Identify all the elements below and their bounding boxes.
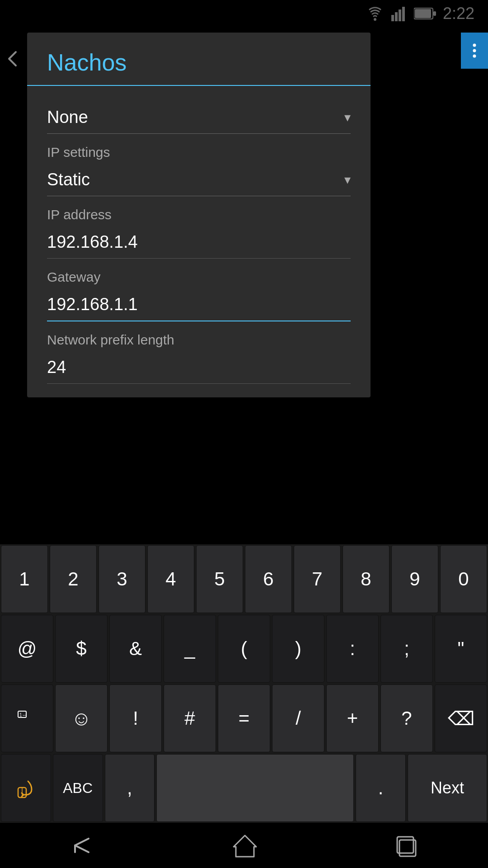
key-comma[interactable]: , [105, 754, 155, 822]
key-6[interactable]: 6 [245, 545, 292, 613]
keyboard-row-more-specials: 1↔ ☺ ! # = / + ? ⌫ [0, 684, 488, 753]
back-button[interactable] [0, 41, 27, 77]
ip-settings-field-group: IP settings Static ▾ [47, 145, 351, 196]
ip-address-label: IP address [47, 207, 351, 222]
switch-mode-icon: 1↔ [17, 710, 37, 726]
key-1[interactable]: 1 [1, 545, 48, 613]
key-abc[interactable]: ABC [53, 754, 103, 822]
key-colon[interactable]: : [326, 615, 379, 683]
ip-settings-label: IP settings [47, 145, 351, 160]
key-9[interactable]: 9 [391, 545, 438, 613]
ip-settings-value: Static [47, 170, 90, 189]
keyboard-row-numbers: 1 2 3 4 5 6 7 8 9 0 [0, 544, 488, 614]
key-at[interactable]: @ [1, 615, 53, 683]
key-quote[interactable]: " [435, 615, 487, 683]
keyboard: 1 2 3 4 5 6 7 8 9 0 @ $ & _ ( ) : ; " 1↔… [0, 544, 488, 823]
ip-address-input[interactable] [47, 226, 351, 259]
proxy-dropdown[interactable]: None ▾ [47, 101, 351, 134]
swipe-icon [14, 777, 37, 799]
key-plus[interactable]: + [326, 684, 379, 752]
nav-back-icon [68, 834, 95, 857]
ip-settings-arrow-icon: ▾ [344, 172, 351, 187]
key-underscore[interactable]: _ [164, 615, 216, 683]
key-equals[interactable]: = [218, 684, 270, 752]
keyboard-row-specials: @ $ & _ ( ) : ; " [0, 614, 488, 684]
svg-point-9 [473, 49, 476, 52]
nav-recents-button[interactable] [395, 833, 420, 858]
key-period[interactable]: . [356, 754, 406, 822]
ip-settings-dropdown[interactable]: Static ▾ [47, 164, 351, 196]
next-button[interactable]: Next [408, 754, 487, 822]
svg-point-8 [473, 44, 476, 47]
key-2[interactable]: 2 [50, 545, 97, 613]
proxy-value: None [47, 108, 88, 127]
key-question[interactable]: ? [380, 684, 433, 752]
key-8[interactable]: 8 [343, 545, 389, 613]
key-dollar[interactable]: $ [55, 615, 108, 683]
dialog-body: None ▾ IP settings Static ▾ IP address G… [27, 86, 371, 388]
key-ampersand[interactable]: & [109, 615, 162, 683]
key-hash[interactable]: # [164, 684, 216, 752]
key-5[interactable]: 5 [196, 545, 243, 613]
dialog-card: Nachos None ▾ IP settings Static ▾ IP ad… [27, 33, 371, 397]
key-slash[interactable]: / [272, 684, 324, 752]
nav-bar [0, 823, 488, 868]
dialog-title: Nachos [27, 33, 371, 86]
key-exclamation[interactable]: ! [109, 684, 162, 752]
nav-recents-icon [395, 833, 420, 858]
key-0[interactable]: 0 [440, 545, 487, 613]
svg-marker-16 [234, 835, 256, 857]
proxy-arrow-icon: ▾ [344, 110, 351, 125]
network-prefix-label: Network prefix length [47, 332, 351, 348]
keyboard-row-bottom: ABC , . Next [0, 753, 488, 823]
nav-home-icon [231, 833, 258, 858]
network-prefix-field-group: Network prefix length [47, 332, 351, 384]
key-3[interactable]: 3 [99, 545, 145, 613]
ip-address-field-group: IP address [47, 207, 351, 259]
key-switch-mode[interactable]: 1↔ [1, 684, 53, 752]
key-space[interactable] [156, 754, 354, 822]
key-4[interactable]: 4 [147, 545, 194, 613]
key-backspace[interactable]: ⌫ [435, 684, 487, 752]
key-semicolon[interactable]: ; [380, 615, 433, 683]
key-close-paren[interactable]: ) [272, 615, 324, 683]
gateway-input[interactable] [47, 288, 351, 321]
key-swipe[interactable] [1, 754, 51, 822]
key-open-paren[interactable]: ( [218, 615, 270, 683]
gateway-field-group: Gateway [47, 269, 351, 321]
svg-point-10 [473, 55, 476, 58]
gateway-label: Gateway [47, 269, 351, 285]
svg-text:1↔: 1↔ [19, 712, 27, 717]
menu-button[interactable] [461, 33, 488, 69]
proxy-field-group: None ▾ [47, 101, 351, 134]
key-smiley[interactable]: ☺ [55, 684, 108, 752]
key-7[interactable]: 7 [294, 545, 341, 613]
nav-back-button[interactable] [68, 834, 95, 857]
nav-home-button[interactable] [231, 833, 258, 858]
network-prefix-input[interactable] [47, 351, 351, 384]
